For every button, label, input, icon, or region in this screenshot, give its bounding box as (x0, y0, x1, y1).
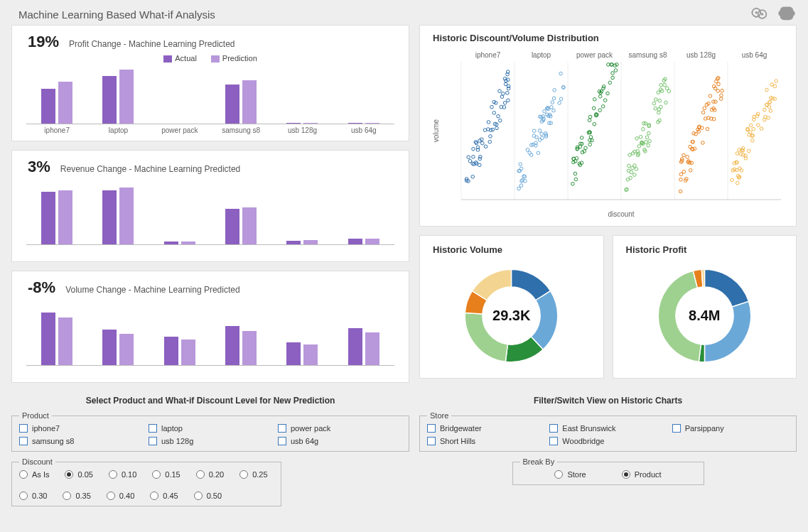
svg-point-209 (659, 83, 663, 87)
breakby-radio[interactable]: Store (554, 470, 586, 479)
bar-group (271, 303, 333, 378)
category-label: usb 64g (351, 126, 377, 136)
scatter-title: Historic Discount/Volume Distribution (430, 33, 786, 43)
radio-icon (107, 492, 115, 500)
svg-point-97 (535, 136, 539, 139)
discount-radio[interactable]: 0.20 (196, 470, 224, 479)
product-checkbox[interactable]: power pack (278, 424, 402, 433)
revenue-change-percent: 3% (22, 158, 50, 176)
svg-point-143 (588, 119, 591, 122)
bar-prediction (119, 334, 134, 365)
product-checkbox[interactable]: usb 64g (278, 437, 402, 445)
bar-group: iphone7 (26, 62, 87, 136)
svg-point-254 (719, 97, 723, 101)
product-checkbox[interactable]: laptop (149, 424, 272, 433)
radio-label: 0.15 (165, 470, 180, 479)
category-label: iphone7 (44, 126, 70, 136)
discount-radio[interactable]: 0.10 (109, 470, 136, 479)
svg-point-309 (756, 112, 760, 116)
discount-radio[interactable]: 0.40 (107, 492, 134, 500)
store-checkbox[interactable]: Bridgewater (427, 424, 544, 433)
radio-icon (622, 470, 630, 479)
discount-radio[interactable]: 0.30 (19, 492, 47, 500)
ml-brain-icon[interactable] (777, 4, 797, 26)
product-checkbox[interactable]: iphone7 (19, 424, 143, 433)
radio-icon (65, 470, 73, 479)
checkbox-label: power pack (291, 424, 330, 433)
discount-legend: Discount (19, 457, 55, 466)
svg-point-278 (716, 89, 720, 93)
bar-prediction (303, 240, 318, 244)
svg-point-288 (704, 117, 707, 121)
svg-point-274 (686, 156, 689, 159)
svg-text:laptop: laptop (532, 51, 551, 59)
svg-point-307 (736, 152, 739, 156)
product-checkbox[interactable]: usb 128g (149, 437, 272, 445)
bar-group (26, 183, 87, 257)
bar-group (210, 183, 271, 257)
discount-radio[interactable]: 0.15 (152, 470, 180, 479)
svg-point-162 (608, 81, 612, 85)
breakby-fieldset: Break By StoreProduct (512, 457, 704, 485)
svg-point-129 (593, 123, 596, 126)
radio-label: 0.20 (209, 470, 224, 479)
svg-point-3 (761, 13, 764, 16)
svg-point-34 (467, 156, 470, 159)
svg-point-46 (503, 102, 507, 105)
svg-point-207 (657, 108, 661, 112)
discount-radio[interactable]: 0.50 (194, 492, 222, 500)
svg-point-224 (628, 153, 632, 157)
category-label: samsung s8 (222, 126, 260, 136)
checkbox-icon (149, 437, 157, 445)
svg-point-203 (635, 137, 639, 141)
store-checkbox[interactable]: East Brunswick (549, 424, 666, 433)
checkbox-label: usb 128g (161, 437, 193, 445)
svg-point-100 (529, 153, 533, 157)
svg-point-341 (731, 178, 734, 182)
svg-text:discount: discount (608, 210, 634, 218)
store-checkbox[interactable]: Woodbridge (549, 437, 666, 445)
bar-actual (102, 330, 117, 365)
svg-point-50 (483, 129, 487, 132)
bar-actual (225, 85, 239, 124)
page-title: Machine Learning Based What-if Analysis (0, 0, 808, 25)
discount-radio[interactable]: 0.25 (239, 470, 267, 479)
discount-radio[interactable]: As Is (19, 470, 49, 479)
bar-group (333, 303, 394, 378)
checkbox-icon (278, 424, 286, 433)
checkbox-icon (549, 424, 558, 433)
svg-point-163 (614, 69, 618, 72)
discount-radio[interactable]: 0.45 (150, 492, 178, 500)
ml-config-icon[interactable] (750, 4, 770, 26)
svg-point-340 (736, 181, 739, 185)
svg-point-253 (721, 89, 724, 92)
radio-label: Store (567, 470, 586, 479)
category-label: power pack (161, 126, 198, 136)
svg-point-126 (598, 109, 602, 112)
svg-point-44 (507, 85, 510, 88)
radio-icon (152, 470, 161, 479)
svg-point-286 (703, 107, 706, 110)
product-checkbox[interactable]: samsung s8 (19, 437, 143, 445)
bar-group: power pack (149, 62, 210, 136)
store-checkbox[interactable]: Short Hills (427, 437, 544, 445)
breakby-radio[interactable]: Product (622, 470, 662, 479)
discount-radio[interactable]: 0.05 (65, 470, 92, 479)
svg-point-91 (559, 72, 563, 75)
svg-point-151 (593, 98, 597, 102)
checkbox-icon (549, 437, 558, 445)
scatter-chart: volumediscountiphone7laptoppower packsam… (430, 49, 785, 219)
bar-prediction (365, 239, 379, 245)
radio-label: 0.40 (119, 492, 134, 500)
svg-point-113 (519, 167, 523, 170)
radio-icon (63, 492, 71, 500)
volume-change-card: -8% Volume Change - Machine Learning Pre… (11, 271, 409, 383)
svg-point-215 (627, 164, 631, 168)
bar-group (210, 303, 271, 378)
svg-point-284 (689, 169, 692, 173)
svg-point-298 (747, 149, 750, 153)
filter-controls-title: Filter/Switch View on Historic Charts (419, 396, 797, 406)
svg-point-212 (626, 178, 630, 182)
store-checkbox[interactable]: Parsippany (672, 424, 789, 433)
discount-radio[interactable]: 0.35 (63, 492, 90, 500)
